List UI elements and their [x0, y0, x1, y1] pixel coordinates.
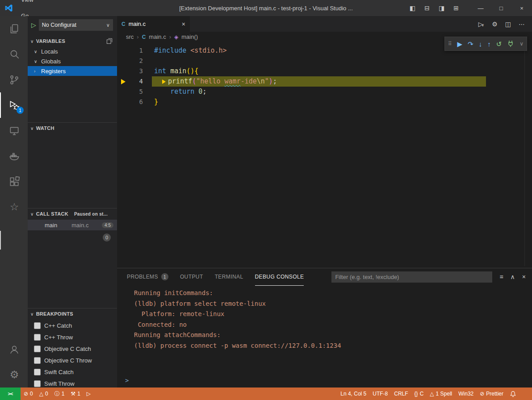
variables-section-header[interactable]: ∨ VARIABLES [28, 36, 117, 46]
line-number: 4 [130, 76, 143, 87]
status-eol[interactable]: CRLF [391, 388, 411, 400]
customize-layout-icon[interactable]: ⊞ [453, 4, 459, 12]
tab-main-c[interactable]: C main.c × [117, 16, 190, 32]
status-language-mode[interactable]: {}C [411, 388, 427, 400]
drag-handle-icon[interactable]: ⠿ [448, 41, 452, 46]
panel-tab-output[interactable]: OUTPUT [180, 268, 203, 286]
docker-whale-icon [8, 150, 20, 162]
window-title: [Extension Development Host] main.c - te… [179, 5, 352, 12]
close-panel-icon[interactable]: × [522, 273, 526, 280]
breakpoint-item-objective-c-catch[interactable]: Objective C Catch [28, 343, 117, 354]
disconnect-icon[interactable] [507, 40, 514, 47]
code-line: 4 printf("hello wamr-ide\n"); [117, 76, 532, 87]
run-or-debug-button[interactable]: ▷∨ [478, 21, 484, 28]
checkbox[interactable] [34, 334, 41, 341]
breadcrumb-item-src[interactable]: src [126, 33, 134, 40]
step-into-icon[interactable]: ↓ [479, 41, 482, 47]
step-out-icon[interactable]: ↑ [487, 41, 491, 47]
console-filter-input[interactable] [331, 271, 492, 283]
breadcrumb-item-symbol[interactable]: main() [181, 33, 198, 40]
status-infos[interactable]: ⓘ1 [51, 388, 68, 400]
filter-menu-icon[interactable]: ≡ [499, 273, 503, 280]
search-icon [8, 49, 20, 60]
status-spell[interactable]: △1 Spell [427, 388, 455, 400]
checkbox[interactable] [34, 380, 41, 387]
sidebar-item-explorer[interactable] [0, 16, 28, 42]
checkbox[interactable] [34, 322, 41, 329]
panel-tab-terminal[interactable]: TERMINAL [215, 268, 243, 286]
dropdown-caret-icon[interactable]: ∨ [519, 41, 524, 46]
breakpoint-item-c-throw[interactable]: C++ Throw [28, 331, 117, 343]
status-debug[interactable]: ▷ [84, 388, 94, 400]
call-stack-frame[interactable]: main main.c 4:5 [28, 220, 117, 230]
badge: 1 [161, 273, 168, 280]
breakpoints-section-header[interactable]: ∨ BREAKPOINTS [28, 308, 117, 319]
open-view-icon[interactable] [106, 38, 113, 44]
status-warnings[interactable]: △0 [36, 388, 51, 400]
sidebar-item-search[interactable] [0, 42, 28, 67]
line-number: 5 [130, 87, 143, 97]
breadcrumb-item-file[interactable]: main.c [149, 33, 166, 40]
panel-header: PROBLEMS1OUTPUTTERMINALDEBUG CONSOLE ≡ ∧… [117, 268, 532, 285]
checkbox[interactable] [34, 369, 41, 375]
sidebar-item-source-control[interactable] [0, 67, 28, 92]
sidebar-item-favorites[interactable]: ☆ [0, 194, 28, 220]
watch-section-header[interactable]: ∨ WATCH [28, 122, 117, 133]
close-button[interactable]: × [511, 0, 532, 16]
remote-indicator[interactable]: >< [0, 388, 21, 400]
line-number: 2 [130, 56, 143, 66]
variables-item-globals[interactable]: ∨Globals [28, 56, 117, 66]
start-debugging-icon[interactable]: ▷ [31, 21, 36, 29]
close-tab-icon[interactable]: × [182, 21, 185, 28]
breakpoint-item-c-catch[interactable]: C++ Catch [28, 320, 117, 331]
star-icon: ☆ [10, 202, 19, 212]
maximize-panel-icon[interactable]: ∧ [511, 273, 515, 280]
breakpoint-item-swift-catch[interactable]: Swift Catch [28, 366, 117, 378]
continue-icon[interactable]: ▶ [457, 41, 463, 47]
c-file-icon: C [142, 34, 146, 40]
warnings-icon: △ [39, 391, 43, 397]
checkbox[interactable] [34, 346, 41, 352]
symbol-method-icon: ◈ [174, 34, 178, 40]
debug-configuration-dropdown[interactable]: No Configurat ∨ [39, 19, 113, 31]
toggle-primary-sidebar-icon[interactable]: ◧ [410, 4, 415, 12]
toggle-secondary-sidebar-icon[interactable]: ◨ [439, 4, 444, 12]
minimize-button[interactable]: — [470, 0, 491, 16]
line-number: 3 [130, 66, 143, 76]
sidebar-item-extensions[interactable] [0, 169, 28, 194]
console-prompt[interactable]: > [125, 377, 129, 384]
status-platform[interactable]: Win32 [455, 388, 477, 400]
variables-tree: ∨Locals∨Globals›Registers [28, 46, 117, 76]
variables-item-locals[interactable]: ∨Locals [28, 46, 117, 56]
sidebar-item-docker[interactable] [0, 143, 28, 169]
status-errors[interactable]: ⊘0 [21, 388, 36, 400]
maximize-button[interactable]: □ [491, 0, 511, 16]
more-actions-icon[interactable]: ⋯ [519, 21, 525, 28]
gear-icon[interactable]: ⚙ [492, 21, 498, 28]
panel-tab-debug-console[interactable]: DEBUG CONSOLE [255, 268, 304, 286]
variables-item-registers[interactable]: ›Registers [28, 66, 117, 76]
status-prettier[interactable]: ⊘Prettier [477, 388, 507, 400]
toggle-panel-icon[interactable]: ⊟ [424, 4, 430, 12]
step-over-icon[interactable]: ↷ [468, 41, 473, 47]
status-indicator[interactable]: ⚒1 [67, 388, 83, 400]
panel-tab-problems[interactable]: PROBLEMS1 [127, 268, 168, 286]
sidebar-item-remote-explorer[interactable] [0, 118, 28, 143]
checkbox[interactable] [34, 357, 41, 364]
settings-button[interactable]: ⚙ [0, 362, 28, 388]
debug-icon: ▷ [87, 391, 91, 397]
chevron-down-icon: ∨ [30, 126, 34, 131]
account-button[interactable] [0, 337, 28, 362]
status-encoding[interactable]: UTF-8 [369, 388, 391, 400]
restart-icon[interactable]: ↺ [496, 41, 502, 47]
sidebar-item-run-and-debug[interactable]: 1 [0, 92, 28, 118]
editor-scrollbar[interactable] [524, 43, 525, 266]
line-number: 6 [130, 97, 143, 107]
split-editor-icon[interactable]: ◫ [505, 21, 511, 28]
call-stack-section-header[interactable]: ∨ CALL STACK Paused on st... [28, 208, 117, 219]
code-editor[interactable]: 1#include <stdio.h>23int main(){4 printf… [117, 42, 532, 107]
menu-view[interactable]: View [17, 0, 49, 8]
status-cursor-position[interactable]: Ln 4, Col 5 [337, 388, 369, 400]
status-notifications[interactable] [507, 388, 519, 400]
breakpoint-item-objective-c-throw[interactable]: Objective C Throw [28, 354, 117, 366]
